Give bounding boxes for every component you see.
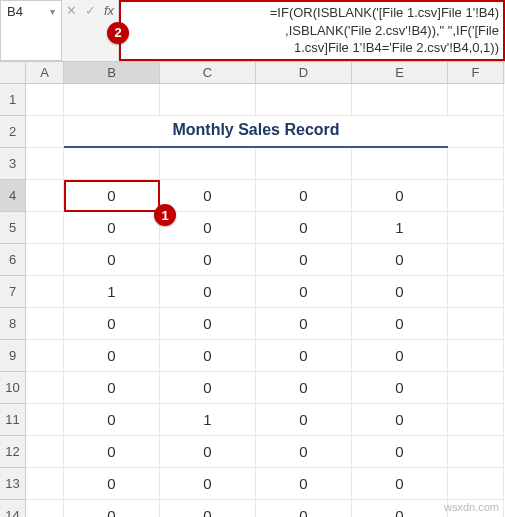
cell[interactable]: 0 [256, 404, 352, 436]
cell[interactable]: 0 [64, 244, 160, 276]
cell[interactable]: 0 [352, 340, 448, 372]
cell[interactable]: 0 [160, 468, 256, 500]
cell[interactable] [26, 436, 64, 468]
cell[interactable] [448, 404, 504, 436]
row-header[interactable]: 9 [0, 340, 26, 372]
cell[interactable] [448, 340, 504, 372]
cell[interactable] [448, 276, 504, 308]
cell[interactable] [64, 84, 160, 116]
fx-icon[interactable]: fx [104, 3, 114, 18]
grid-body[interactable]: Monthly Sales Record 1 0000 0001 0000 10… [26, 84, 505, 517]
cell[interactable] [256, 84, 352, 116]
cell[interactable] [26, 340, 64, 372]
cell[interactable]: 0 [352, 468, 448, 500]
row-header[interactable]: 5 [0, 212, 26, 244]
row-header[interactable]: 12 [0, 436, 26, 468]
cell[interactable]: 0 [64, 372, 160, 404]
col-header[interactable]: B [64, 62, 160, 84]
cell[interactable] [26, 308, 64, 340]
cell[interactable] [448, 372, 504, 404]
cell[interactable] [26, 500, 64, 517]
row-header[interactable]: 3 [0, 148, 26, 180]
select-all-corner[interactable] [0, 62, 26, 84]
cell[interactable] [160, 84, 256, 116]
cell[interactable] [160, 148, 256, 180]
cell[interactable] [448, 116, 504, 148]
row-header[interactable]: 13 [0, 468, 26, 500]
cell[interactable]: 0 [352, 500, 448, 517]
cell[interactable]: 1 [64, 276, 160, 308]
row-header[interactable]: 10 [0, 372, 26, 404]
cell[interactable] [352, 84, 448, 116]
cell[interactable]: 0 [64, 180, 160, 212]
cell[interactable]: 0 [256, 180, 352, 212]
cell[interactable]: 0 [352, 308, 448, 340]
cell[interactable] [448, 244, 504, 276]
cell[interactable] [26, 116, 64, 148]
name-box[interactable]: B4 ▾ [0, 0, 62, 61]
cell[interactable]: 0 [160, 180, 256, 212]
cell[interactable]: 0 [256, 436, 352, 468]
cell[interactable]: 0 [256, 468, 352, 500]
cell[interactable] [26, 84, 64, 116]
formula-input[interactable]: =IF(OR(ISBLANK('[File 1.csv]File 1'!B4) … [119, 0, 505, 61]
cell[interactable]: 0 [64, 340, 160, 372]
cell[interactable] [448, 436, 504, 468]
cell[interactable]: 1 [160, 404, 256, 436]
cell[interactable]: 0 [256, 500, 352, 517]
cell[interactable]: 0 [256, 244, 352, 276]
cell[interactable]: 0 [160, 436, 256, 468]
cell[interactable]: 0 [64, 500, 160, 517]
row-header[interactable]: 8 [0, 308, 26, 340]
cell[interactable]: 0 [64, 404, 160, 436]
cell[interactable]: 0 [160, 308, 256, 340]
name-box-dropdown-icon[interactable]: ▾ [50, 4, 55, 17]
cell[interactable]: 0 [64, 436, 160, 468]
cell[interactable]: 0 [352, 276, 448, 308]
cell[interactable]: 0 [256, 340, 352, 372]
cell[interactable]: 0 [160, 244, 256, 276]
cell[interactable]: 0 [352, 244, 448, 276]
cell[interactable] [26, 148, 64, 180]
cell[interactable] [448, 308, 504, 340]
row-header[interactable]: 7 [0, 276, 26, 308]
cell[interactable]: 0 [64, 212, 160, 244]
title-cell[interactable]: Monthly Sales Record [64, 116, 448, 148]
cell[interactable] [448, 148, 504, 180]
row-header[interactable]: 4 [0, 180, 26, 212]
cell[interactable]: 0 [256, 276, 352, 308]
enter-icon[interactable]: ✓ [85, 3, 96, 18]
cell[interactable]: 0 [256, 308, 352, 340]
cell[interactable]: 0 [352, 404, 448, 436]
cell[interactable] [64, 148, 160, 180]
cell[interactable]: 0 [64, 468, 160, 500]
col-header[interactable]: E [352, 62, 448, 84]
row-header[interactable]: 14 [0, 500, 26, 517]
cell[interactable] [26, 468, 64, 500]
cell[interactable]: 0 [256, 372, 352, 404]
cell[interactable] [256, 148, 352, 180]
cell[interactable] [26, 276, 64, 308]
cell[interactable] [448, 180, 504, 212]
cell[interactable] [448, 212, 504, 244]
cell[interactable] [448, 468, 504, 500]
cell[interactable]: 0 [160, 372, 256, 404]
col-header[interactable]: D [256, 62, 352, 84]
cell[interactable] [26, 244, 64, 276]
cell[interactable]: 0 [352, 180, 448, 212]
row-header[interactable]: 1 [0, 84, 26, 116]
cell[interactable]: 0 [160, 340, 256, 372]
cell[interactable] [26, 180, 64, 212]
cell[interactable] [26, 404, 64, 436]
cell[interactable] [352, 148, 448, 180]
cell[interactable]: 0 [160, 276, 256, 308]
cancel-icon[interactable]: ✕ [66, 3, 77, 18]
cell[interactable]: 0 [64, 308, 160, 340]
cell[interactable]: 1 [352, 212, 448, 244]
cell[interactable] [448, 84, 504, 116]
cell[interactable]: 0 [352, 436, 448, 468]
row-header[interactable]: 6 [0, 244, 26, 276]
col-header[interactable]: F [448, 62, 504, 84]
row-header[interactable]: 11 [0, 404, 26, 436]
col-header[interactable]: C [160, 62, 256, 84]
